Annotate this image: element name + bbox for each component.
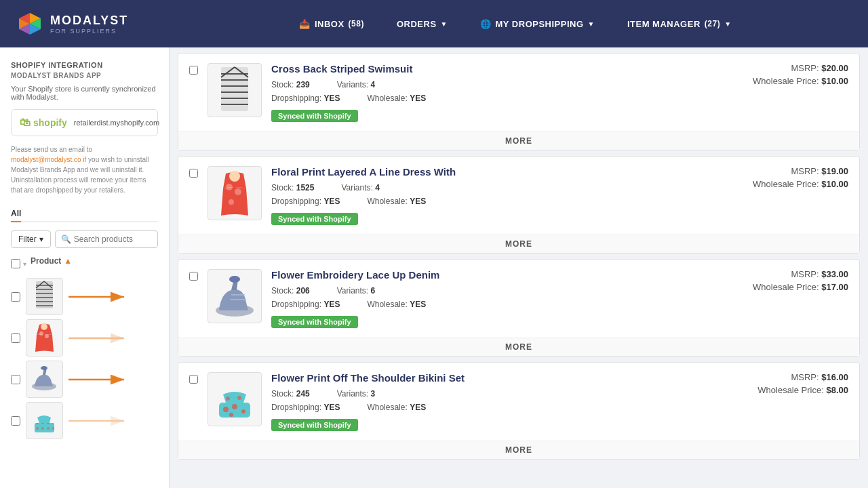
globe-icon: 🌐 xyxy=(480,19,492,29)
nav-orders[interactable]: ORDERS ▼ xyxy=(380,19,464,29)
product-image-3 xyxy=(208,372,262,426)
stock-val-0: 239 xyxy=(296,80,310,89)
shopify-url: retailerdist.myshopify.com xyxy=(74,119,159,127)
list-item xyxy=(11,402,158,439)
sidebar: SHOPIFY INTEGRATION MODALYST BRANDS APP … xyxy=(0,47,170,488)
dropshipping-chevron-icon: ▼ xyxy=(588,20,595,28)
product-sort-icon: ▲ xyxy=(64,256,72,266)
product-checkbox-0[interactable] xyxy=(189,66,198,75)
variants-val-3: 3 xyxy=(371,389,376,399)
brands-app-label: MODALYST BRANDS APP xyxy=(11,72,158,79)
svg-rect-26 xyxy=(35,423,54,432)
msrp-row-0: MSRP: $20.00 xyxy=(740,63,848,73)
product-name-2[interactable]: Flower Embroidery Lace Up Denim xyxy=(271,269,730,281)
search-icon: 🔍 xyxy=(61,235,71,244)
more-button-2[interactable]: MORE xyxy=(178,338,859,356)
logo-area: MODALYST FOR SUPPLIERS xyxy=(16,10,179,37)
product-thumbnail-2 xyxy=(26,361,63,398)
product-card-2: Flower Embroidery Lace Up Denim Stock: 2… xyxy=(178,259,860,357)
uninstall-email-link[interactable]: modalyst@modalyst.co xyxy=(11,156,81,163)
stock-2: Stock: 206 xyxy=(271,286,310,296)
tab-all[interactable]: All xyxy=(11,206,21,222)
msrp-row-3: MSRP: $16.00 xyxy=(740,372,848,382)
product-image-1 xyxy=(208,166,262,220)
layout: SHOPIFY INTEGRATION MODALYST BRANDS APP … xyxy=(0,47,868,488)
wholesale-label: Wholesale: xyxy=(367,94,407,103)
product-image-2 xyxy=(208,269,262,323)
filter-search-row: Filter ▾ 🔍 xyxy=(11,230,158,248)
product-meta-0: Stock: 239 Variants: 4 xyxy=(271,80,730,89)
wholesale-0: Wholesale: YES xyxy=(367,94,426,103)
product-card-3: Flower Print Off The Shoulder Bikini Set… xyxy=(178,362,860,460)
thumb-checkbox-3[interactable] xyxy=(11,416,20,426)
thumb-checkbox-2[interactable] xyxy=(11,375,20,384)
filter-button[interactable]: Filter ▾ xyxy=(11,230,51,248)
product-details-2: Flower Embroidery Lace Up Denim Stock: 2… xyxy=(271,269,730,328)
arrow-icon-0 xyxy=(68,289,130,305)
msrp-val-0: $20.00 xyxy=(821,63,848,73)
nav-dropshipping[interactable]: 🌐 MY DROPSHIPPING ▼ xyxy=(464,19,611,29)
thumb-checkbox-0[interactable] xyxy=(11,292,20,302)
wholesale-val-0: YES xyxy=(410,94,426,103)
svg-point-16 xyxy=(41,323,47,330)
dropshipping-label: Dropshipping: xyxy=(271,94,321,103)
product-checkbox-1[interactable] xyxy=(189,169,198,178)
product-details-3: Flower Print Off The Shoulder Bikini Set… xyxy=(271,372,730,431)
search-box: 🔍 xyxy=(55,230,158,248)
more-button-1[interactable]: MORE xyxy=(178,235,859,253)
dropshipping-1: Dropshipping: YES xyxy=(271,197,340,206)
product-meta2-1: Dropshipping: YES Wholesale: YES xyxy=(271,197,730,206)
thumb-checkbox-1[interactable] xyxy=(11,333,20,343)
product-thumbnail-3 xyxy=(26,402,63,439)
svg-point-37 xyxy=(229,171,240,182)
item-manager-chevron-icon: ▼ xyxy=(724,20,731,28)
svg-point-47 xyxy=(232,404,237,409)
product-details-0: Cross Back Striped Swimsuit Stock: 239 V… xyxy=(271,63,730,122)
product-name-3[interactable]: Flower Print Off The Shoulder Bikini Set xyxy=(271,372,730,384)
product-image-0 xyxy=(208,63,262,117)
msrp-row-2: MSRP: $33.00 xyxy=(740,269,848,279)
svg-point-49 xyxy=(229,413,233,417)
variants-val-1: 4 xyxy=(375,183,380,192)
nav-item-manager[interactable]: ITEM MANAGER (27) ▼ xyxy=(611,19,748,29)
dropshipping-2: Dropshipping: YES xyxy=(271,300,340,309)
product-pricing-2: MSRP: $33.00 Wholesale Price: $17.00 xyxy=(740,269,848,295)
variants-2: Variants: 6 xyxy=(337,286,376,296)
svg-point-48 xyxy=(241,409,245,413)
msrp-val-2: $33.00 xyxy=(821,269,848,279)
product-name-1[interactable]: Floral Print Layered A Line Dress With xyxy=(271,166,730,178)
arrow-icon-3 xyxy=(68,413,130,429)
svg-point-51 xyxy=(237,396,241,400)
logo-name: MODALYST xyxy=(50,14,128,28)
wholesale-price-val-3: $8.00 xyxy=(826,385,848,395)
variants-label: Variants: xyxy=(337,80,368,89)
synced-badge-3: Synced with Shopify xyxy=(271,419,358,431)
msrp-label: MSRP: xyxy=(791,63,818,73)
product-column-header: Product ▲ xyxy=(31,256,72,266)
wholesale-price-val-0: $10.00 xyxy=(821,76,848,86)
select-all-checkbox[interactable] xyxy=(11,259,20,268)
product-checkbox-2[interactable] xyxy=(189,272,198,281)
product-meta2-0: Dropshipping: YES Wholesale: YES xyxy=(271,94,730,103)
sync-status-text: Your Shopify store is currently synchron… xyxy=(11,85,158,101)
svg-point-22 xyxy=(41,366,47,370)
header: MODALYST FOR SUPPLIERS 📥 INBOX (58) ORDE… xyxy=(0,0,868,47)
more-button-0[interactable]: MORE xyxy=(178,131,859,150)
product-meta2-3: Dropshipping: YES Wholesale: YES xyxy=(271,403,730,412)
wholesale-price-row-0: Wholesale Price: $10.00 xyxy=(740,76,848,86)
variants-val-2: 6 xyxy=(371,286,376,296)
logo-sub: FOR SUPPLIERS xyxy=(50,28,128,35)
product-pricing-1: MSRP: $19.00 Wholesale Price: $10.00 xyxy=(740,166,848,192)
svg-point-50 xyxy=(226,396,230,401)
main-nav: 📥 INBOX (58) ORDERS ▼ 🌐 MY DROPSHIPPING … xyxy=(179,19,852,29)
shopify-bag-icon: 🛍 xyxy=(20,117,31,129)
dropshipping-0: Dropshipping: YES xyxy=(271,94,340,103)
product-checkbox-3[interactable] xyxy=(189,375,198,384)
msrp-val-3: $16.00 xyxy=(821,372,848,382)
wholesale-price-val-1: $10.00 xyxy=(821,179,848,189)
dropshipping-val-3: YES xyxy=(323,403,340,412)
more-button-3[interactable]: MORE xyxy=(178,441,859,459)
product-name-0[interactable]: Cross Back Striped Swimsuit xyxy=(271,63,730,75)
nav-inbox[interactable]: 📥 INBOX (58) xyxy=(283,19,380,29)
search-input[interactable] xyxy=(74,235,152,244)
